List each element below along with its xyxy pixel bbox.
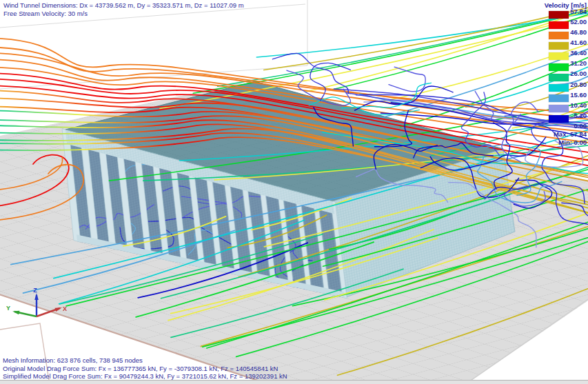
legend-tick-value: 20.80 (570, 81, 587, 88)
legend-tick-value: 46.80 (570, 28, 587, 36)
legend-swatch (549, 52, 569, 60)
legend-swatch (549, 94, 569, 102)
legend-swatch (549, 42, 569, 50)
legend-min-value: Min: 0.00 (558, 139, 587, 146)
viewport-3d[interactable]: ZXY (0, 0, 588, 384)
axis-label-x: X (63, 305, 67, 312)
legend-tick-value: 0.00 (574, 122, 587, 130)
original-drag-force-text: Original Model Drag Force Sum: Fx = 1367… (3, 365, 287, 373)
legend-tick-value: 15.60 (570, 91, 587, 99)
legend-swatch (549, 21, 569, 29)
legend-max-value: Max: 57.84 (554, 130, 587, 138)
legend-swatch (549, 11, 569, 19)
wind-tunnel-dimensions-text: Wind Tunnel Dimensions: Dx = 43739.562 m… (3, 1, 244, 10)
legend-tick-value: 31.20 (570, 59, 587, 67)
legend-swatch (549, 84, 569, 92)
legend-tick-value: 26.00 (570, 70, 587, 77)
axis-label-z: Z (33, 287, 37, 294)
legend-tick-value: 41.60 (570, 39, 587, 46)
legend-tick-value: 36.40 (570, 49, 587, 57)
legend-tick-value: 5.20 (574, 112, 587, 119)
legend-swatch (549, 105, 569, 112)
legend-swatch (549, 115, 569, 123)
viewport-frame (0, 381, 588, 384)
velocity-legend: Velocity [m/s] 57.8452.0046.8041.6036.40… (540, 0, 588, 148)
legend-swatch (549, 74, 569, 81)
results-summary: Mesh Information: 623 876 cells, 738 945… (3, 356, 287, 381)
legend-tick-value: 10.40 (570, 101, 587, 109)
legend-tick-value: 52.00 (570, 18, 587, 26)
wind-tunnel-info: Wind Tunnel Dimensions: Dx = 43739.562 m… (3, 1, 244, 17)
legend-tick-value: 57.84 (570, 8, 587, 15)
legend-swatch (549, 32, 569, 39)
simplified-drag-force-text: Simplified Model Drag Force Sum: Fx = 90… (3, 372, 287, 381)
free-stream-velocity-text: Free Stream Velocity: 30 m/s (3, 10, 244, 18)
cfd-viewport-window: ZXY Wind Tunnel Dimensions: Dx = 43739.5… (0, 0, 588, 384)
legend-swatch (549, 63, 569, 71)
axis-label-y: Y (6, 305, 10, 312)
mesh-information-text: Mesh Information: 623 876 cells, 738 945… (3, 356, 287, 365)
